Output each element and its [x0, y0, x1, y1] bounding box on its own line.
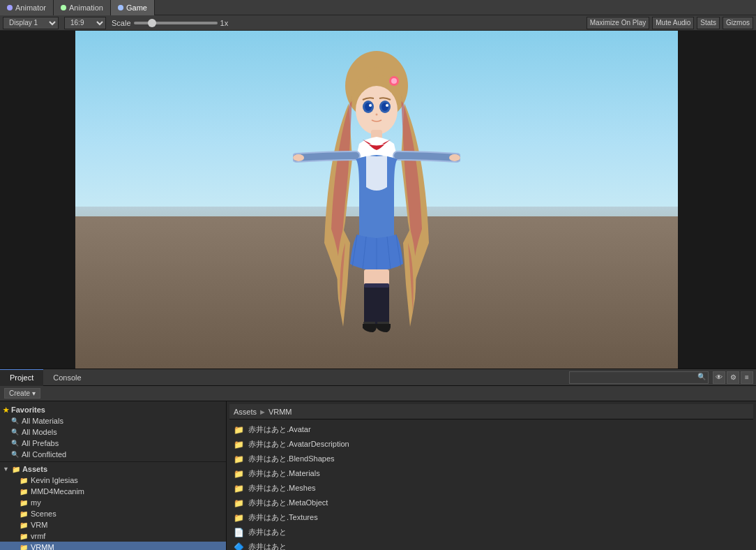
bottom-tab-bar: Project Console 🔍 👁 ⚙ ≡ — [0, 369, 756, 386]
favorites-header[interactable]: ★ Favorites — [0, 404, 226, 415]
animation-tab-dot — [61, 5, 66, 10]
folder-metaobject-icon: 📁 — [234, 498, 244, 508]
settings-icon-btn[interactable]: ⚙ — [727, 371, 739, 384]
display-select[interactable]: Display 1 — [3, 17, 59, 29]
assets-header[interactable]: ▼ 📁 Assets — [0, 463, 226, 475]
folder-avatardesc-icon: 📁 — [234, 440, 244, 449]
scale-slider[interactable] — [134, 22, 218, 24]
maximize-on-play-btn[interactable]: Maximize On Play — [587, 17, 650, 29]
avatardesc-label: 赤井はあと.AvatarDescription — [248, 439, 349, 449]
vrmf-item[interactable]: 📁 vrmf — [0, 530, 226, 542]
eye-icon-btn[interactable]: 👁 — [713, 371, 725, 384]
mmd4mecanim-item[interactable]: 📁 MMD4Mecanim — [0, 486, 226, 497]
folder-blendshapes-icon: 📁 — [234, 454, 244, 464]
svg-point-13 — [449, 154, 460, 161]
search-icon-conflicted: 🔍 — [11, 451, 19, 458]
scale-value: 1x — [220, 19, 229, 27]
asset-avatardesc[interactable]: 📁 赤井はあと.AvatarDescription — [229, 437, 753, 452]
vrm-label: VRM — [31, 521, 47, 529]
tab-game[interactable]: Game — [111, 0, 155, 15]
breadcrumb-sep: ► — [259, 408, 266, 416]
vrm-item[interactable]: 📁 VRM — [0, 519, 226, 530]
stats-btn[interactable]: Stats — [697, 17, 720, 29]
game-tab-label: Game — [126, 3, 147, 12]
game-tab-dot — [118, 5, 123, 10]
asset-file-list: 📁 赤井はあと.Avatar 📁 赤井はあと.AvatarDescription… — [229, 422, 753, 550]
search-icon-prefabs: 🔍 — [11, 440, 19, 447]
svg-point-3 — [391, 78, 397, 84]
all-materials-item[interactable]: 🔍 All Materials — [0, 415, 226, 426]
svg-point-6 — [365, 103, 372, 111]
scale-slider-thumb — [148, 19, 156, 27]
vrmm-item[interactable]: 📁 VRMM — [0, 542, 226, 550]
console-tab-label: Console — [53, 373, 81, 382]
animator-tab-dot — [7, 5, 13, 10]
asset-metaobject[interactable]: 📁 赤井はあと.MetaObject — [229, 496, 753, 510]
file-blue-label: 赤井はあと — [248, 542, 287, 550]
all-prefabs-label: All Prefabs — [22, 439, 59, 447]
scenes-label: Scenes — [31, 510, 56, 518]
scenes-item[interactable]: 📁 Scenes — [0, 508, 226, 519]
game-viewport — [75, 31, 678, 369]
my-label: my — [31, 498, 41, 507]
kevin-iglesias-item[interactable]: 📁 Kevin Iglesias — [0, 475, 226, 486]
breadcrumb-vrmm[interactable]: VRMM — [269, 408, 292, 416]
search-icon-models: 🔍 — [11, 429, 19, 436]
folder-scenes: 📁 — [20, 510, 28, 518]
all-models-item[interactable]: 🔍 All Models — [0, 426, 226, 438]
asset-blendshapes[interactable]: 📁 赤井はあと.BlendShapes — [229, 452, 753, 466]
svg-rect-17 — [375, 285, 389, 327]
assets-arrow: ▼ — [3, 466, 9, 473]
folder-my: 📁 — [20, 499, 28, 507]
breadcrumb-assets[interactable]: Assets — [234, 408, 257, 416]
folder-avatar-icon: 📁 — [234, 425, 244, 435]
folder-meshes-icon: 📁 — [234, 484, 244, 493]
svg-rect-21 — [377, 322, 389, 324]
all-materials-label: All Materials — [22, 417, 63, 425]
tab-project[interactable]: Project — [0, 369, 43, 386]
asset-textures[interactable]: 📁 赤井はあと.Textures — [229, 510, 753, 525]
svg-point-7 — [381, 103, 388, 111]
gizmos-btn[interactable]: Gizmos — [723, 17, 753, 29]
menu-icon-btn[interactable]: ≡ — [741, 371, 753, 384]
search-container: 🔍 — [569, 371, 709, 384]
search-icon: 🔍 — [697, 373, 706, 380]
all-prefabs-item[interactable]: 🔍 All Prefabs — [0, 438, 226, 449]
asset-materials[interactable]: 📁 赤井はあと.Materials — [229, 466, 753, 481]
my-item[interactable]: 📁 my — [0, 497, 226, 508]
blendshapes-label: 赤井はあと.BlendShapes — [248, 454, 335, 464]
animation-tab-label: Animation — [69, 3, 103, 12]
bottom-panel: Project Console 🔍 👁 ⚙ ≡ Create ▾ ★ Favor… — [0, 369, 756, 550]
right-strip — [678, 31, 756, 369]
mute-audio-btn[interactable]: Mute Audio — [652, 17, 694, 29]
asset-search-input[interactable] — [569, 371, 709, 384]
mmd-label: MMD4Mecanim — [31, 487, 84, 496]
folder-vrmm: 📁 — [20, 544, 28, 551]
asset-avatar[interactable]: 📁 赤井はあと.Avatar — [229, 422, 753, 437]
favorites-label: Favorites — [11, 406, 45, 414]
kevin-label: Kevin Iglesias — [31, 476, 78, 484]
all-models-label: All Models — [22, 428, 57, 436]
all-conflicted-item[interactable]: 🔍 All Conflicted — [0, 449, 226, 460]
divider — [0, 461, 226, 462]
asset-file-white[interactable]: 📄 赤井はあと — [229, 525, 753, 540]
tab-animator[interactable]: Animator — [0, 0, 54, 15]
asset-file-blue[interactable]: 🔷 赤井はあと — [229, 540, 753, 550]
create-bar: Create ▾ — [0, 386, 756, 401]
asset-meshes[interactable]: 📁 赤井はあと.Meshes — [229, 481, 753, 496]
svg-rect-20 — [363, 322, 375, 324]
tab-animation[interactable]: Animation — [54, 0, 111, 15]
aspect-select[interactable]: 16:9 — [64, 17, 106, 29]
svg-point-10 — [376, 114, 378, 116]
character-container — [293, 47, 460, 348]
scale-label: Scale — [112, 19, 131, 27]
tab-console[interactable]: Console — [43, 369, 91, 386]
vrmf-label: vrmf — [31, 532, 45, 540]
folder-textures-icon: 📁 — [234, 513, 244, 523]
top-tab-bar: Animator Animation Game — [0, 0, 756, 15]
breadcrumb: Assets ► VRMM — [229, 404, 753, 419]
create-button[interactable]: Create ▾ — [4, 388, 40, 399]
materials-label: 赤井はあと.Materials — [248, 468, 320, 479]
metaobject-label: 赤井はあと.MetaObject — [248, 498, 328, 508]
animator-tab-label: Animator — [15, 3, 46, 12]
